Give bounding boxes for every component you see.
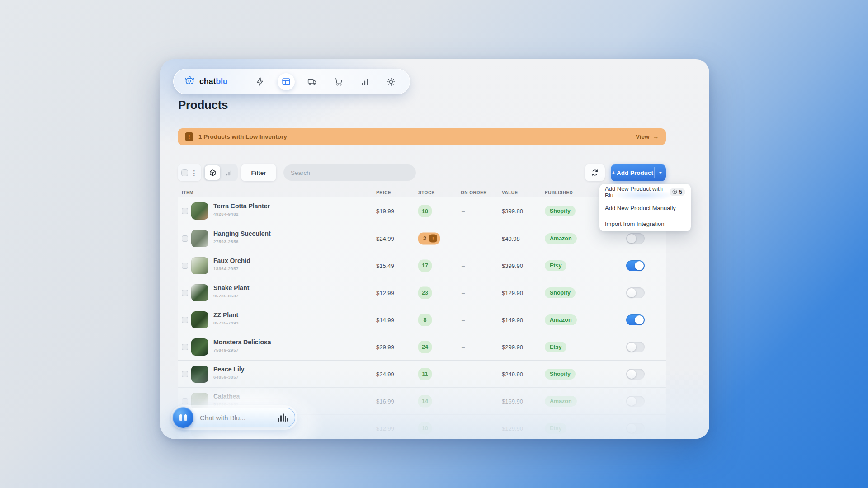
price-cell: $24.99: [376, 371, 394, 377]
value-cell: $49.98: [502, 235, 520, 242]
dropdown-menu-item[interactable]: Add New Product Manually: [599, 200, 691, 216]
add-product-dropdown: Add New Product with Blu5Add New Product…: [599, 184, 691, 231]
price-cell: $16.99: [376, 398, 394, 404]
value-cell: $399.80: [502, 208, 523, 215]
more-options-icon[interactable]: ⋮: [191, 169, 198, 176]
product-sku: 42648-2846: [213, 429, 239, 434]
table-row[interactable]: Snake Plant95735-8537$12.9923–$129.90Sho…: [178, 279, 666, 306]
dropdown-item-label: Add New Product Manually: [605, 205, 676, 211]
publish-toggle[interactable]: [626, 260, 645, 271]
product-name: ZZ Plant: [213, 311, 239, 319]
banner-text: 1 Products with Low Inventory: [198, 133, 287, 140]
stock-badge: 10: [418, 422, 432, 434]
chevron-down-icon[interactable]: [654, 167, 666, 178]
zap-icon[interactable]: [251, 73, 269, 90]
cart-icon[interactable]: [330, 73, 347, 90]
product-thumbnail: [191, 338, 208, 356]
chatblu-logo[interactable]: chatblu: [184, 75, 228, 89]
table-row[interactable]: Faux Orchid18364-2957$15.4917–$399.90Ets…: [178, 252, 666, 279]
product-name: Snake Plant: [213, 284, 249, 291]
stock-badge: 14: [418, 395, 432, 407]
product-sku: 27593-2856: [213, 239, 271, 244]
product-name: Peace Lily: [213, 366, 245, 373]
price-cell: $24.99: [376, 235, 394, 242]
waveform-icon[interactable]: [278, 413, 288, 422]
publish-toggle[interactable]: [626, 342, 645, 352]
view-mode-switcher: [203, 164, 238, 181]
dropdown-menu-item[interactable]: Import from Integration: [599, 216, 691, 231]
price-cell: $19.99: [376, 208, 394, 215]
column-value: VALUE: [502, 190, 518, 195]
table-row[interactable]: Peace Lily64859-3857$24.9911–$249.90Shop…: [178, 360, 666, 387]
price-cell: $15.49: [376, 262, 394, 269]
product-sku: 49284-9482: [213, 211, 270, 216]
filter-button[interactable]: Filter: [241, 164, 276, 181]
product-sku: 75849-2957: [213, 347, 271, 352]
row-checkbox[interactable]: [182, 317, 188, 323]
table-icon[interactable]: [278, 73, 295, 90]
arrow-right-icon: →: [653, 133, 659, 140]
publish-toggle[interactable]: [626, 287, 645, 298]
product-name-block: Faux Orchid18364-2957: [213, 257, 250, 271]
publish-toggle[interactable]: [626, 396, 645, 407]
stock-badge: 23: [418, 286, 432, 299]
publish-toggle[interactable]: [626, 423, 645, 434]
grid-view-button[interactable]: [205, 165, 220, 180]
table-row[interactable]: Terra Cotta Planter49284-9482$19.9910–$3…: [178, 197, 666, 225]
stock-badge: 11: [418, 368, 432, 380]
published-channel-badge: Amazon: [545, 233, 577, 244]
table-toolbar: ⋮ Filter + Add Product: [178, 164, 666, 181]
refresh-button[interactable]: [585, 164, 605, 181]
dropdown-item-label: Add New Product with Blu: [605, 185, 670, 199]
row-checkbox[interactable]: [182, 208, 188, 214]
truck-icon[interactable]: [304, 73, 321, 90]
product-name-block: Snake Plant95735-8537: [213, 284, 249, 298]
row-checkbox[interactable]: [182, 290, 188, 296]
stock-badge: 10: [418, 205, 432, 217]
publish-toggle[interactable]: [626, 233, 645, 244]
column-stock: STOCK: [418, 190, 435, 195]
row-checkbox[interactable]: [182, 263, 188, 269]
product-name: Calathea: [213, 393, 240, 400]
published-channel-badge: Etsy: [545, 423, 566, 434]
on-order-cell: –: [462, 343, 465, 350]
table-row[interactable]: ZZ Plant85735-7493$14.998–$149.90Amazon: [178, 306, 666, 333]
select-all-checkbox[interactable]: [181, 169, 188, 176]
dropdown-menu-item[interactable]: Add New Product with Blu5: [599, 184, 691, 200]
gear-icon[interactable]: [382, 73, 400, 90]
product-sku: 95735-8537: [213, 293, 249, 298]
row-checkbox[interactable]: [182, 371, 188, 377]
publish-toggle[interactable]: [626, 314, 645, 325]
publish-toggle[interactable]: [626, 369, 645, 380]
price-cell: $14.99: [376, 316, 394, 323]
table-row[interactable]: Monstera Deliciosa75849-2957$29.9924–$29…: [178, 333, 666, 360]
chat-with-blu-pill[interactable]: Chat with Blu...: [173, 408, 295, 427]
product-name: Hanging Succulent: [213, 230, 271, 237]
price-cell: $12.99: [376, 289, 394, 296]
product-thumbnail: [191, 202, 208, 220]
chart-icon[interactable]: [356, 73, 373, 90]
chart-view-button[interactable]: [221, 165, 236, 180]
column-on-order: ON ORDER: [461, 190, 487, 195]
product-sku: 53758-3957: [213, 402, 240, 407]
published-channel-badge: Shopify: [545, 206, 576, 216]
low-inventory-banner: ! 1 Products with Low Inventory View →: [178, 128, 666, 145]
table-row[interactable]: Hanging Succulent27593-2856$24.992!–$49.…: [178, 225, 666, 252]
published-channel-badge: Etsy: [545, 342, 566, 352]
row-checkbox[interactable]: [182, 398, 188, 404]
published-channel-badge: Etsy: [545, 260, 566, 271]
on-order-cell: –: [462, 425, 465, 432]
published-channel-badge: Shopify: [545, 369, 576, 380]
row-checkbox[interactable]: [182, 235, 188, 242]
banner-view-link[interactable]: View →: [636, 133, 659, 140]
value-cell: $399.90: [502, 262, 523, 269]
on-order-cell: –: [462, 235, 465, 242]
chat-placeholder: Chat with Blu...: [200, 414, 245, 422]
pause-icon[interactable]: [173, 407, 193, 428]
product-name-block: Terra Cotta Planter49284-9482: [213, 202, 270, 216]
product-name-block: Hanging Succulent27593-2856: [213, 230, 271, 244]
add-product-button[interactable]: + Add Product: [611, 164, 666, 181]
row-checkbox[interactable]: [182, 344, 188, 350]
search-input[interactable]: [291, 169, 409, 176]
stock-badge: 24: [418, 341, 432, 353]
